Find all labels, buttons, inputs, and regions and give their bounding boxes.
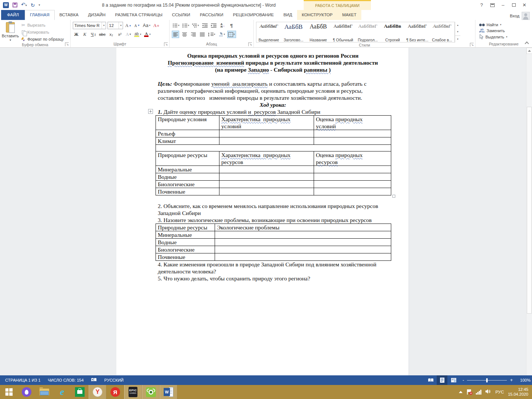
borders-button[interactable]: ▾ — [227, 31, 236, 38]
subscript-button[interactable]: x₂ — [108, 31, 115, 38]
table-cell[interactable]: Оценка природныхресурсов — [314, 151, 391, 166]
table-cell[interactable]: Водные — [156, 239, 215, 246]
read-mode-icon[interactable] — [425, 375, 436, 385]
replace-button[interactable]: ab⇄acЗаменить — [479, 28, 507, 33]
font-dialog-launcher-icon[interactable]: ↘ — [164, 42, 168, 46]
font-color-button[interactable]: А▾ — [143, 31, 151, 38]
paste-button[interactable]: Вставить ▾ — [1, 21, 20, 42]
table-cell[interactable] — [219, 188, 314, 195]
style-card-2[interactable]: АаБбВНазвание — [306, 22, 331, 42]
language-indicator[interactable]: РУССКИЙ — [100, 378, 127, 382]
network-signal-icon[interactable] — [476, 390, 481, 395]
table-cell[interactable] — [215, 231, 391, 239]
taskbar-item-yandex-browser[interactable]: Y — [89, 385, 106, 399]
justify-button[interactable] — [198, 31, 206, 38]
multilevel-list-button[interactable]: ▾ — [191, 22, 200, 29]
bullets-button[interactable]: ▾ — [172, 22, 180, 29]
style-card-4[interactable]: АаБбВвГПодзагол... — [355, 22, 380, 42]
copy-button[interactable]: Копировать — [21, 29, 64, 35]
save-icon[interactable] — [13, 3, 17, 7]
table-cell[interactable] — [156, 145, 391, 151]
vertical-scrollbar[interactable] — [526, 48, 532, 375]
table-cell[interactable]: Биологические — [156, 246, 215, 253]
tab-file[interactable]: ФАЙЛ — [1, 10, 25, 20]
table-cell[interactable]: Характеристика природныхресурсов — [219, 151, 314, 166]
table-cell[interactable]: Минеральные — [156, 166, 219, 173]
table-cell[interactable] — [219, 130, 314, 137]
tab-mailings[interactable]: РАССЫЛКИ — [195, 10, 228, 20]
tab-insert[interactable]: ВСТАВКА — [55, 10, 83, 20]
tab-review[interactable]: РЕЦЕНЗИРОВАНИЕ — [228, 10, 279, 20]
taskbar-item-yandex[interactable]: Я — [106, 385, 124, 399]
align-center-button[interactable] — [181, 31, 188, 38]
underline-button[interactable]: Ч▾ — [90, 31, 97, 38]
find-button[interactable]: Найти▾ — [479, 23, 507, 27]
minimize-icon[interactable]: – — [498, 1, 508, 10]
increase-indent-button[interactable] — [210, 22, 218, 29]
change-case-button[interactable]: Аа▾ — [142, 22, 151, 29]
table-cell[interactable] — [219, 173, 314, 181]
italic-button[interactable]: К — [81, 31, 88, 38]
numbering-button[interactable]: ▾ — [182, 22, 190, 29]
table-cell[interactable] — [219, 181, 314, 188]
cut-button[interactable]: ✂Вырезать — [21, 22, 64, 28]
paste-dropdown-icon[interactable]: ▾ — [10, 39, 11, 41]
zoom-in-icon[interactable]: + — [510, 378, 513, 382]
table-cell[interactable] — [215, 253, 391, 261]
volume-icon[interactable] — [485, 389, 491, 395]
style-card-5[interactable]: АаБбВвСтрогий — [380, 22, 405, 42]
line-spacing-button[interactable]: ▾ — [207, 31, 216, 38]
zoom-thumb[interactable] — [486, 378, 488, 382]
table-cell[interactable]: Характеристика природныхусловий — [219, 116, 314, 130]
bold-button[interactable]: Ж — [73, 31, 80, 38]
start-button[interactable] — [0, 385, 18, 399]
table-cell[interactable] — [215, 246, 391, 253]
document-page[interactable]: Оценка природных условий и ресурсов одно… — [116, 48, 409, 375]
table-cell[interactable]: Почвенные — [156, 253, 215, 261]
scroll-up-icon[interactable] — [526, 48, 532, 54]
font-name-combo[interactable]: Times New R▾ — [73, 22, 106, 29]
action-center-flag-icon[interactable]: ✕ — [467, 389, 472, 395]
table-cell[interactable]: Водные — [156, 173, 219, 181]
taskbar-item-word[interactable]: W — [160, 385, 177, 399]
font-size-combo[interactable]: 12▾ — [108, 22, 123, 29]
table-cell[interactable]: Минеральные — [156, 231, 215, 239]
styles-scroll-up-icon[interactable]: ▲ — [455, 22, 460, 28]
table-cell[interactable] — [314, 137, 391, 145]
table-cell[interactable]: Рельеф — [156, 130, 219, 137]
table-move-handle-icon[interactable] — [148, 109, 153, 114]
superscript-button[interactable]: x² — [116, 31, 123, 38]
help-icon[interactable]: ? — [476, 1, 487, 10]
tab-page-layout[interactable]: РАЗМЕТКА СТРАНИЦЫ — [110, 10, 167, 20]
table-cell[interactable]: Климат — [156, 137, 219, 145]
align-right-button[interactable] — [190, 31, 197, 38]
shading-button[interactable]: ▾ — [218, 31, 226, 38]
tray-language[interactable]: РУС — [495, 390, 504, 394]
grow-font-button[interactable]: А▲ — [125, 22, 132, 29]
highlight-button[interactable]: ab▾ — [133, 31, 142, 38]
taskbar-item-voice-assistant[interactable] — [18, 385, 35, 399]
table-cell[interactable]: Биологические — [156, 181, 219, 188]
table-cell[interactable]: Оценка природныхусловий — [314, 116, 391, 130]
taskbar-item-epic-games[interactable]: EPICGAMES — [124, 385, 142, 399]
style-card-0[interactable]: АаБбВвГВыделение — [256, 22, 281, 42]
table-cell[interactable] — [314, 173, 391, 181]
zoom-out-icon[interactable]: - — [463, 378, 464, 382]
taskbar-item-internet-explorer[interactable]: e — [53, 385, 71, 399]
table-cell[interactable] — [219, 166, 314, 173]
tab-design[interactable]: ДИЗАЙН — [83, 10, 110, 20]
table-cell[interactable]: Природные ресурсы — [156, 151, 219, 166]
undo-icon[interactable]: ↶▾ — [21, 2, 27, 8]
customize-qat-icon[interactable]: ▾ — [38, 3, 40, 7]
table-cell[interactable]: Почвенные — [156, 188, 219, 195]
ribbon-display-options-icon[interactable] — [487, 1, 498, 10]
web-layout-icon[interactable] — [448, 375, 459, 385]
zoom-track[interactable] — [467, 380, 507, 381]
close-icon[interactable]: ✕ — [519, 1, 530, 10]
print-layout-icon[interactable] — [437, 375, 447, 385]
taskbar-item-file-explorer[interactable] — [35, 385, 53, 399]
style-card-7[interactable]: АаБбВвГСлабое в... — [430, 22, 454, 42]
format-painter-button[interactable]: Формат по образцу — [21, 36, 64, 42]
word-count[interactable]: ЧИСЛО СЛОВ: 154 — [44, 378, 88, 382]
shrink-font-button[interactable]: А▼ — [134, 22, 141, 29]
